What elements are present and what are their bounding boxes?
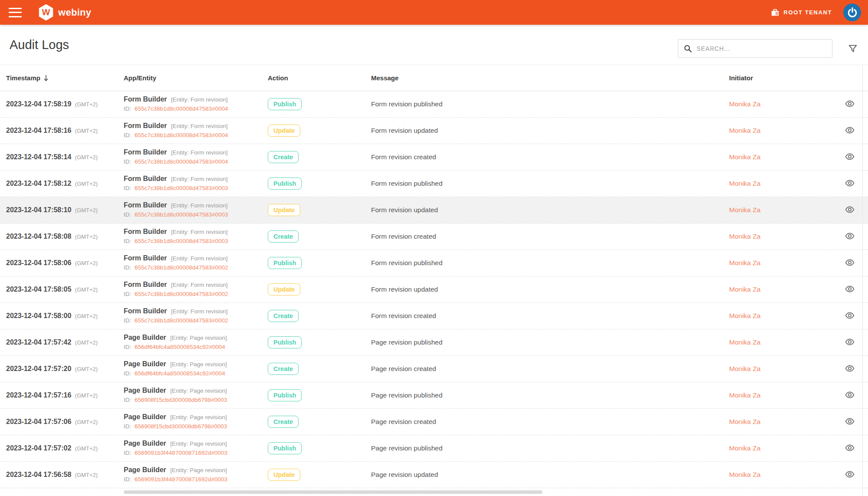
entity-id-link[interactable]: 656908f15cbd300008db6798#0003 xyxy=(135,397,227,403)
entity-id-link[interactable]: 6569091b3f4487000871692d#0003 xyxy=(135,450,227,456)
initiator-link[interactable]: Monika Za xyxy=(729,391,831,399)
timezone-label: (GMT+2) xyxy=(75,233,98,240)
table-row[interactable]: 2023-12-04 17:57:16 (GMT+2) Page Builder… xyxy=(0,382,868,409)
table-row[interactable]: 2023-12-04 17:58:08 (GMT+2) Form Builder… xyxy=(0,223,868,250)
horizontal-scrollbar-thumb[interactable] xyxy=(124,490,542,494)
timezone-label: (GMT+2) xyxy=(75,286,98,293)
table-row[interactable]: 2023-12-04 17:57:42 (GMT+2) Page Builder… xyxy=(0,329,868,356)
initiator-link[interactable]: Monika Za xyxy=(729,180,831,187)
initiator-link[interactable]: Monika Za xyxy=(729,418,831,426)
action-badge: Publish xyxy=(268,389,302,401)
action-cell: Publish xyxy=(268,336,371,348)
initiator-link[interactable]: Monika Za xyxy=(729,312,831,320)
initiator-link[interactable]: Monika Za xyxy=(729,286,831,293)
id-label: ID: xyxy=(124,238,131,244)
search-input[interactable] xyxy=(697,45,827,52)
column-header-timestamp[interactable]: Timestamp xyxy=(0,74,124,82)
entity-id-link[interactable]: 656908f15cbd300008db6798#0003 xyxy=(135,423,227,430)
table-row[interactable]: 2023-12-04 17:58:19 (GMT+2) Form Builder… xyxy=(0,91,868,118)
app-entity-cell: Form Builder [Entity: Form revision] ID:… xyxy=(124,307,268,325)
initiator-link[interactable]: Monika Za xyxy=(729,127,831,135)
entity-id-link[interactable]: 655c7c38b1d8c00008d47583#0003 xyxy=(135,211,228,218)
table-row[interactable]: 2023-12-04 17:58:06 (GMT+2) Form Builder… xyxy=(0,250,868,276)
view-details-button[interactable] xyxy=(844,442,856,455)
view-details-button[interactable] xyxy=(844,362,856,376)
initiator-link[interactable]: Monika Za xyxy=(729,153,831,161)
initiator-link[interactable]: Monika Za xyxy=(729,259,831,267)
view-details-button[interactable] xyxy=(844,389,856,402)
initiator-link[interactable]: Monika Za xyxy=(729,338,831,346)
entity-id-link[interactable]: 655c7c38b1d8c00008d47583#0004 xyxy=(135,132,228,138)
entity-id-link[interactable]: 656df64bfc4a850008534c92#0004 xyxy=(135,370,225,377)
entity-id-link[interactable]: 655c7c38b1d8c00008d47583#0002 xyxy=(135,317,228,324)
timestamp-value: 2023-12-04 17:58:12 xyxy=(6,180,71,187)
app-name: Page Builder xyxy=(124,334,166,341)
app-name: Form Builder xyxy=(124,95,167,103)
view-details-button[interactable] xyxy=(844,124,856,138)
view-details-button[interactable] xyxy=(844,468,856,482)
eye-icon xyxy=(845,469,855,480)
timestamp-cell: 2023-12-04 17:57:02 (GMT+2) xyxy=(0,444,124,452)
view-details-button[interactable] xyxy=(844,336,856,349)
eye-icon xyxy=(845,257,855,268)
view-details-button[interactable] xyxy=(844,151,856,164)
initiator-link[interactable]: Monika Za xyxy=(729,365,831,373)
id-label: ID: xyxy=(124,317,131,324)
message-cell: Form revision updated xyxy=(371,127,729,135)
column-header-app-entity[interactable]: App/Entity xyxy=(124,74,268,82)
initiator-link[interactable]: Monika Za xyxy=(729,233,831,240)
entity-id-link[interactable]: 655c7c38b1d8c00008d47583#0002 xyxy=(135,264,228,271)
view-details-button[interactable] xyxy=(844,177,856,191)
timestamp-value: 2023-12-04 17:58:16 xyxy=(6,127,71,134)
entity-id-link[interactable]: 655c7c38b1d8c00008d47583#0003 xyxy=(135,238,228,244)
app-entity-cell: Form Builder [Entity: Form revision] ID:… xyxy=(124,95,268,113)
tenant-selector[interactable]: ROOT TENANT xyxy=(771,9,832,16)
view-details-button[interactable] xyxy=(844,256,856,270)
timezone-label: (GMT+2) xyxy=(75,313,98,319)
id-label: ID: xyxy=(124,476,131,483)
initiator-link[interactable]: Monika Za xyxy=(729,206,831,214)
table-row[interactable]: 2023-12-04 17:57:06 (GMT+2) Page Builder… xyxy=(0,409,868,435)
column-header-message[interactable]: Message xyxy=(371,74,729,82)
action-cell: Publish xyxy=(268,389,371,401)
column-header-initiator[interactable]: Initiator xyxy=(729,74,831,82)
table-row[interactable]: 2023-12-04 17:58:10 (GMT+2) Form Builder… xyxy=(0,197,868,223)
timestamp-value: 2023-12-04 17:58:10 xyxy=(6,206,71,214)
entity-id-link[interactable]: 655c7c38b1d8c00008d47583#0004 xyxy=(135,105,228,112)
view-details-button[interactable] xyxy=(844,309,856,323)
user-avatar[interactable] xyxy=(843,3,861,21)
table-row[interactable]: 2023-12-04 17:58:00 (GMT+2) Form Builder… xyxy=(0,303,868,329)
filter-button[interactable] xyxy=(848,44,858,55)
initiator-link[interactable]: Monika Za xyxy=(729,471,831,479)
view-details-button[interactable] xyxy=(844,283,856,296)
column-header-action[interactable]: Action xyxy=(268,74,371,82)
table-row[interactable]: 2023-12-04 17:57:02 (GMT+2) Page Builder… xyxy=(0,435,868,462)
menu-hamburger-icon[interactable] xyxy=(9,8,22,17)
search-box[interactable] xyxy=(678,39,832,58)
timestamp-value: 2023-12-04 17:58:06 xyxy=(6,259,71,266)
entity-id-link[interactable]: 655c7c38b1d8c00008d47583#0003 xyxy=(135,185,228,191)
entity-id-link[interactable]: 656df64bfc4a850008534c92#0004 xyxy=(135,344,225,350)
entity-id-link[interactable]: 655c7c38b1d8c00008d47583#0002 xyxy=(135,291,228,297)
table-row[interactable]: 2023-12-04 17:57:20 (GMT+2) Page Builder… xyxy=(0,356,868,382)
view-details-button[interactable] xyxy=(844,204,856,217)
eye-icon xyxy=(845,178,855,188)
table-row[interactable]: 2023-12-04 17:56:58 (GMT+2) Page Builder… xyxy=(0,462,868,488)
action-cell: Create xyxy=(268,310,371,322)
entity-id-link[interactable]: 655c7c38b1d8c00008d47583#0004 xyxy=(135,158,228,165)
table-row[interactable]: 2023-12-04 17:58:12 (GMT+2) Form Builder… xyxy=(0,171,868,197)
entity-tag: [Entity: Form revision] xyxy=(171,282,228,288)
table-row[interactable]: 2023-12-04 17:58:16 (GMT+2) Form Builder… xyxy=(0,118,868,144)
initiator-link[interactable]: Monika Za xyxy=(729,100,831,108)
message-cell: Page revision created xyxy=(371,418,729,426)
table-row[interactable]: 2023-12-04 17:58:05 (GMT+2) Form Builder… xyxy=(0,276,868,303)
table-row[interactable]: 2023-12-04 17:58:14 (GMT+2) Form Builder… xyxy=(0,144,868,171)
webiny-logo[interactable]: W webiny xyxy=(38,4,91,21)
view-details-button[interactable] xyxy=(844,98,856,111)
action-cell: Create xyxy=(268,363,371,375)
entity-id-link[interactable]: 6569091b3f4487000871692d#0003 xyxy=(135,476,227,483)
action-badge: Publish xyxy=(268,442,302,454)
initiator-link[interactable]: Monika Za xyxy=(729,444,831,452)
view-details-button[interactable] xyxy=(844,415,856,429)
view-details-button[interactable] xyxy=(844,230,856,243)
